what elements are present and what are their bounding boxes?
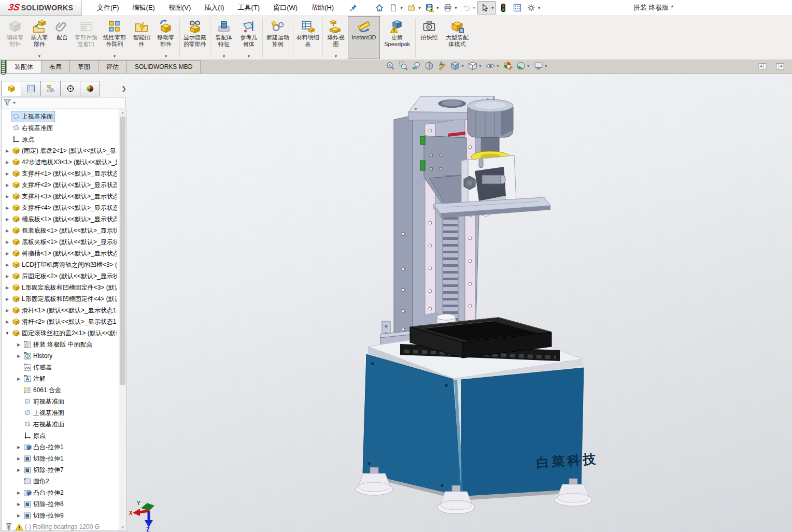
expand-arrow-icon[interactable]: ▶ bbox=[4, 194, 11, 199]
tree-item[interactable]: ▶注解 bbox=[2, 373, 126, 384]
panel-tab-featuremanager[interactable] bbox=[1, 81, 21, 96]
ribbon-button-linear-pattern[interactable]: 线性零部件阵列▼ bbox=[100, 16, 130, 59]
tree-item[interactable]: ▶支撑杆<1> (默认<<默认>_显示状态1>) bbox=[2, 168, 126, 179]
tree-item[interactable]: ▶包装底板<1> (默认<<默认>_显示状态1>) bbox=[2, 225, 126, 236]
tree-item[interactable]: ▶支撑杆<2> (默认<<默认>_显示状态1>) bbox=[2, 179, 126, 191]
zoom-area-button[interactable] bbox=[399, 61, 408, 70]
tree-item[interactable]: ▶History bbox=[2, 350, 126, 362]
dropdown-caret[interactable]: ▼ bbox=[461, 64, 464, 68]
dropdown-caret[interactable]: ▼ bbox=[538, 6, 541, 10]
tree-item[interactable]: ▶42步进电机X3<1> (默认<<默认>_显示状态1>) bbox=[2, 156, 126, 168]
display-style-button[interactable]: ▼ bbox=[468, 61, 482, 70]
expand-arrow-icon[interactable]: ▶ bbox=[15, 377, 22, 381]
rebuild-traffic-light-button[interactable] bbox=[497, 2, 510, 14]
tab-1[interactable]: 布局 bbox=[41, 60, 70, 73]
dropdown-caret[interactable]: ▼ bbox=[472, 6, 476, 10]
tab-0[interactable]: 装配体 bbox=[6, 60, 41, 73]
panel-flyout-chevron[interactable]: ❯ bbox=[121, 81, 126, 96]
menu-item-1[interactable]: 编辑(E) bbox=[126, 0, 162, 16]
select-cursor-button[interactable]: ▼ bbox=[477, 1, 496, 15]
new-document-button[interactable]: ▼ bbox=[387, 2, 404, 14]
dropdown-caret[interactable]: ▼ bbox=[478, 64, 482, 68]
tree-item[interactable]: ▶LCD打印机两滑轨之间的凹槽<3> (默认<<默认> bbox=[2, 259, 126, 270]
file-properties-button[interactable] bbox=[511, 2, 524, 14]
menu-item-6[interactable]: 帮助(H) bbox=[304, 0, 341, 16]
ribbon-button-exploded-view[interactable]: 爆炸视图▼ bbox=[324, 16, 348, 59]
expand-arrow-icon[interactable]: ▶ bbox=[4, 320, 11, 324]
annotation-view-button[interactable] bbox=[437, 61, 447, 70]
zoom-fit-button[interactable] bbox=[386, 61, 395, 70]
expand-arrow-icon[interactable]: ▶ bbox=[4, 308, 11, 313]
tree-item[interactable]: ▶切除-拉伸1 bbox=[2, 453, 126, 464]
tree-item[interactable]: 6061 合金 bbox=[2, 384, 126, 396]
collapse-left-button[interactable] bbox=[758, 62, 767, 70]
tree-item[interactable]: 上视基准面 bbox=[2, 111, 126, 122]
pin-icon[interactable] bbox=[348, 2, 359, 13]
expand-arrow-icon[interactable]: ▶ bbox=[15, 342, 22, 347]
expand-arrow-icon[interactable]: ▶ bbox=[4, 149, 11, 153]
menu-item-2[interactable]: 视图(V) bbox=[162, 0, 197, 16]
ribbon-button-move-component[interactable]: 移动零部件▼ bbox=[153, 16, 178, 59]
ribbon-button-snapshot[interactable]: 拍快照 bbox=[417, 16, 442, 59]
expand-arrow-icon[interactable]: ▶ bbox=[4, 240, 11, 245]
dropdown-caret[interactable]: ▼ bbox=[454, 6, 458, 10]
apply-scene-button[interactable]: ▼ bbox=[516, 61, 530, 70]
tree-item[interactable]: ▶L形固定底板和凹槽固定件<3> (默认<<默认> bbox=[2, 282, 126, 293]
tab-4[interactable]: SOLIDWORKS MBD bbox=[126, 60, 201, 73]
panel-tab-configurationmanager[interactable] bbox=[40, 81, 61, 96]
expand-arrow-icon[interactable]: ▶ bbox=[4, 228, 11, 233]
collapse-right-button[interactable] bbox=[776, 62, 784, 70]
tree-item[interactable]: 传感器 bbox=[2, 362, 126, 373]
tree-item[interactable]: 右视基准面 bbox=[2, 419, 126, 430]
tree-item[interactable]: ▶滑杆<1> (默认<<默认>_显示状态1>) bbox=[2, 305, 126, 316]
tree-item[interactable]: 前视基准面 bbox=[2, 396, 126, 407]
tree-item[interactable]: ▶拼装 终极版 中的配合 bbox=[2, 339, 126, 350]
view-settings-button[interactable]: ▼ bbox=[534, 61, 548, 70]
ribbon-button-instant3d[interactable]: Instant3D bbox=[348, 16, 380, 59]
dropdown-caret[interactable]: ▼ bbox=[527, 64, 530, 68]
dropdown-caret[interactable]: ▼ bbox=[436, 6, 440, 10]
ribbon-button-edit-component[interactable]: 编辑零部件 bbox=[3, 16, 27, 59]
previous-view-button[interactable] bbox=[412, 61, 421, 70]
expand-arrow-icon[interactable]: ▶ bbox=[4, 171, 11, 176]
tree-item[interactable]: 圆角2 bbox=[2, 476, 126, 487]
tab-2[interactable]: 草图 bbox=[69, 60, 98, 73]
tree-item[interactable]: ▶(固定) 底盘2<1> (默认<<默认>_显示状态1>) bbox=[2, 145, 126, 156]
section-view-button[interactable] bbox=[425, 61, 434, 70]
tree-item[interactable]: ▶切除-拉伸9 bbox=[2, 510, 126, 521]
tree-scrollbar[interactable]: ∧ ∨ bbox=[119, 109, 126, 530]
dropdown-caret[interactable]: ▼ bbox=[12, 101, 16, 105]
expand-arrow-icon[interactable]: ▶ bbox=[4, 183, 11, 188]
dropdown-caret[interactable]: ▼ bbox=[544, 64, 548, 68]
tree-item[interactable]: ▼固定滚珠丝杠的盖2<1> (默认<<默认>_显示状态1>) bbox=[2, 327, 126, 339]
ribbon-button-speedpak[interactable]: 更新 Speedpak bbox=[380, 16, 414, 59]
expand-arrow-icon[interactable]: ▶ bbox=[4, 217, 11, 222]
panel-tab-propertymanager[interactable] bbox=[21, 81, 41, 96]
tree-item[interactable]: ▶切除-拉伸7 bbox=[2, 464, 126, 476]
dropdown-caret[interactable]: ▼ bbox=[418, 6, 421, 10]
tree-item[interactable]: ▶凸台-拉伸1 bbox=[2, 441, 126, 453]
ribbon-button-show-hidden[interactable]: 显示隐藏的零部件 bbox=[181, 16, 209, 59]
edit-appearance-button[interactable] bbox=[503, 61, 513, 70]
tree-item[interactable]: ▶支撑杆<4> (默认<<默认>_显示状态1>) bbox=[2, 202, 126, 213]
tree-item[interactable]: 上视基准面 bbox=[2, 407, 126, 419]
expand-arrow-icon[interactable]: ▶ bbox=[4, 160, 11, 165]
dropdown-caret[interactable]: ▼ bbox=[496, 64, 500, 68]
tree-item[interactable]: 右视基准面 bbox=[2, 122, 126, 134]
undo-button[interactable]: ▼ bbox=[459, 2, 477, 14]
tree-item[interactable]: ▶L形固定底板和凹槽固定件<4> (默认<<默认> bbox=[2, 293, 126, 305]
ribbon-button-large-assembly[interactable]: 大型装配体模式 bbox=[442, 16, 473, 59]
dropdown-caret[interactable]: ▼ bbox=[247, 54, 251, 58]
dropdown-caret[interactable]: ▼ bbox=[113, 54, 117, 58]
tree-item[interactable]: 原点 bbox=[2, 134, 126, 145]
dropdown-caret[interactable]: ▼ bbox=[38, 54, 41, 58]
tree-item[interactable]: ▶滑杆<2> (默认<<默认>_显示状态1>) bbox=[2, 316, 126, 327]
tree-filter-bar[interactable]: ▼ bbox=[1, 97, 125, 108]
ribbon-button-assembly-features[interactable]: 装配体特征▼ bbox=[211, 16, 236, 59]
options-gear-button[interactable]: ▼ bbox=[525, 2, 542, 14]
dropdown-caret[interactable]: ▼ bbox=[222, 54, 226, 58]
print-button[interactable]: ▼ bbox=[441, 2, 459, 14]
dropdown-caret[interactable]: ▼ bbox=[400, 6, 403, 10]
tab-3[interactable]: 评估 bbox=[98, 60, 127, 73]
tree-item[interactable]: ▶树脂槽<1> (默认<<默认>_显示状态1>) bbox=[2, 248, 126, 259]
